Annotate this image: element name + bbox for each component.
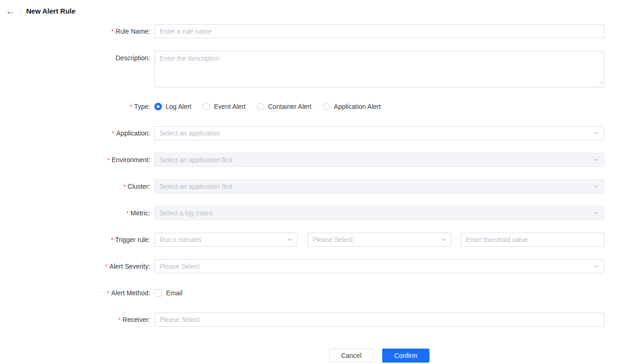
alert-severity-select[interactable]: Please Select	[154, 259, 604, 273]
type-label: *Type:	[0, 100, 154, 114]
new-alert-rule-form: *Rule Name: Description: *Type:	[0, 24, 625, 363]
trigger-rule-label: *Trigger rule:	[0, 233, 154, 247]
environment-row: *Environment: Select an application firs…	[0, 153, 625, 167]
required-asterisk: *	[107, 157, 109, 164]
radio-event-alert[interactable]: Event Alert	[203, 103, 246, 110]
alert-severity-row: *Alert Severity: Please Select	[0, 259, 625, 274]
chevron-down-icon	[594, 264, 599, 269]
form-footer: Cancel Confirm	[0, 349, 625, 363]
trigger-run-select[interactable]: Run x minutes	[154, 233, 298, 247]
email-checkbox-label: Email	[166, 289, 182, 297]
type-row: *Type: Log Alert Event Alert Container A…	[0, 100, 625, 114]
description-label: Description:	[0, 51, 154, 87]
cluster-row: *Cluster: Select an application first	[0, 179, 625, 194]
alert-severity-label: *Alert Severity:	[0, 259, 154, 274]
cluster-select: Select an application first	[154, 179, 604, 193]
confirm-button[interactable]: Confirm	[382, 349, 429, 363]
environment-label: *Environment:	[0, 153, 154, 167]
trigger-rule-row: *Trigger rule: Run x minutes Please Sele…	[0, 233, 625, 247]
page-header: ← New Alert Rule	[0, 0, 625, 16]
radio-application-alert[interactable]: Application Alert	[323, 103, 381, 110]
environment-select: Select an application first	[154, 153, 604, 167]
required-asterisk: *	[126, 210, 129, 217]
metric-select: Select a log metric	[154, 206, 604, 220]
application-row: *Application: Select an application	[0, 126, 625, 141]
email-checkbox[interactable]	[154, 289, 162, 297]
radio-container-alert[interactable]: Container Alert	[257, 103, 312, 110]
required-asterisk: *	[118, 316, 121, 323]
cluster-label: *Cluster:	[0, 179, 154, 194]
chevron-down-icon	[594, 157, 599, 163]
description-textarea[interactable]	[154, 51, 604, 87]
application-select[interactable]: Select an application	[154, 126, 604, 140]
description-row: Description:	[0, 51, 625, 87]
rule-name-row: *Rule Name:	[0, 24, 625, 39]
application-label: *Application:	[0, 126, 154, 141]
rule-name-label: *Rule Name:	[0, 24, 154, 39]
chevron-down-icon	[287, 237, 293, 243]
rule-name-input[interactable]	[154, 24, 604, 38]
threshold-value-input[interactable]	[461, 233, 604, 247]
cancel-button[interactable]: Cancel	[329, 349, 373, 363]
required-asterisk: *	[111, 236, 113, 243]
receiver-select[interactable]: Please Select	[154, 313, 604, 327]
required-asterisk: *	[105, 263, 108, 270]
chevron-down-icon	[594, 184, 599, 189]
receiver-row: *Receiver: Please Select	[0, 313, 625, 327]
textarea-resize-grip-icon[interactable]	[598, 81, 603, 86]
trigger-condition-select[interactable]: Please Select	[307, 233, 451, 247]
required-asterisk: *	[111, 28, 114, 35]
required-asterisk: *	[130, 103, 132, 110]
header-divider	[21, 7, 21, 15]
alert-type-radio-group: Log Alert Event Alert Container Alert Ap…	[154, 100, 604, 114]
metric-label: *Metric:	[0, 206, 154, 221]
radio-log-alert[interactable]: Log Alert	[154, 103, 191, 110]
radio-selected-icon	[154, 103, 162, 110]
alert-method-label: *Alert Method:	[0, 286, 154, 300]
required-asterisk: *	[124, 183, 126, 190]
radio-unselected-icon	[257, 103, 264, 110]
chevron-down-icon	[594, 130, 599, 136]
page-title: New Alert Rule	[26, 7, 75, 15]
chevron-down-icon	[441, 237, 446, 243]
required-asterisk: *	[107, 290, 109, 297]
receiver-label: *Receiver:	[0, 313, 154, 327]
metric-row: *Metric: Select a log metric	[0, 206, 625, 221]
required-asterisk: *	[112, 130, 115, 137]
back-arrow-icon[interactable]: ←	[6, 7, 15, 16]
radio-unselected-icon	[323, 103, 330, 110]
radio-unselected-icon	[203, 103, 210, 110]
alert-method-row: *Alert Method: Email	[0, 286, 625, 300]
chevron-down-icon	[594, 210, 599, 216]
